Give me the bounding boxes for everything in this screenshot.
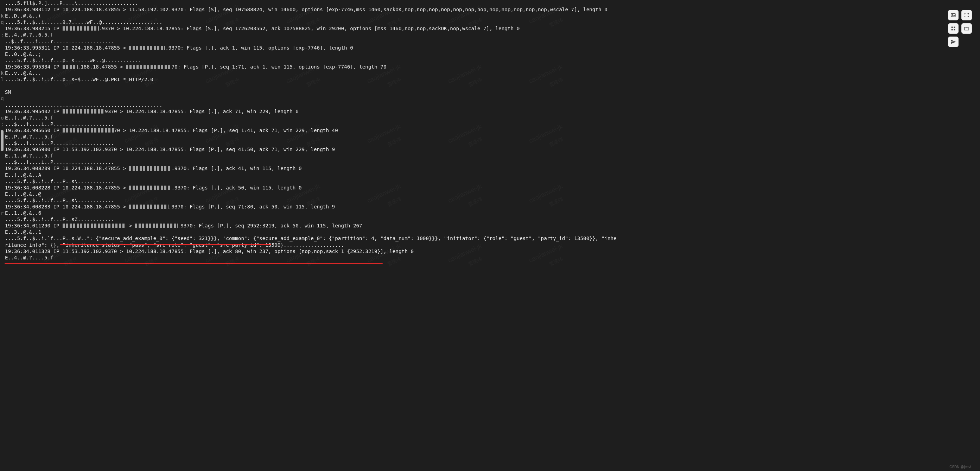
obscured-ip: . . . . . 3 [63,127,114,133]
terminal-line: q....5.f..$..i......9.7.....wF..@.......… [1,19,979,25]
obscured-ip: . . . . 3 [126,63,171,70]
terminal-line: 19:36:33.983215 IP . . .102.9370 > 10.22… [1,25,979,32]
obscured-ip: . . . . . 17855 [63,222,126,229]
obscured-ip: . . .102 [129,44,165,51]
obscured-ip: . . . . .102 [135,222,178,229]
terminal-line: E..(..@.&..@ [1,191,979,197]
terminal-line: ...$...f....i..P.................... [1,140,979,146]
grid-button[interactable] [948,23,959,34]
terminal-line: ........................................… [1,102,979,108]
terminal-output: ....5.fll$.P.]....P....\................… [0,0,980,471]
terminal-line: 19:36:33.995334 IP .224.188.18.47855 > .… [1,63,979,70]
terminal-line: E..1..@.?....5.f [1,152,979,159]
terminal-line: 19:36:33.995900 IP 11.53.192.102.9370 > … [1,146,979,152]
svg-rect-5 [954,29,955,30]
terminal-line: E..3..@.&..1 [1,229,979,235]
terminal-line: oE..(..@.?....5.f [1,114,979,121]
terminal-line: 19:36:34.008209 IP 10.224.188.18.47855 >… [1,165,979,171]
terminal-line: kE..v..@.&... [1,70,979,76]
terminal-line: 19:36:34.008228 IP 10.224.188.18.47855 >… [1,184,979,191]
terminal-line: ..$..f....i....r.................... [1,38,979,44]
fullscreen-button[interactable] [961,10,972,21]
terminal-line: 19:36:33.995402 IP . . . 9370 > 10.224.1… [1,108,979,114]
terminal-line: 19:36:33.995311 IP 10.224.188.18.47855 >… [1,44,979,51]
highlight-annotation-2 [5,263,383,263]
terminal-line: ....5.f..$..i..f...P..s\............ [1,178,979,184]
terminal-line: ....5.f..$..i..f...P..s\............ [1,197,979,203]
terminal-line: ....5.fll$.P.]....P....\................… [1,0,979,6]
obscured-ip: .. . .. .102 [129,184,172,191]
folder-button[interactable] [961,23,972,34]
highlight-annotation-1 [60,244,271,245]
scrollbar[interactable] [1,130,3,151]
picture-button[interactable] [948,10,959,21]
svg-point-1 [952,14,953,16]
terminal-line: 19:36:34.008283 IP 10.224.188.18.47855 >… [1,203,979,210]
obscured-ip: . . . [63,108,105,114]
obscured-ip: .... . .102 [129,203,169,210]
terminal-line: E..(..@.&..A [1,172,979,178]
terminal-line: :E..4..@.?..6.5.f [1,32,979,38]
terminal-line: ....5.f..$..i..f...P..sZ............ [1,216,979,222]
terminal-line: 19:36:34.011290 IP . . . . . 17855 > . .… [1,222,979,229]
terminal-line [1,82,979,89]
terminal-line: 19:36:33.995650 IP . . . . . 370 > 10.22… [1,127,979,133]
footer-watermark: CSDN @jeevi [950,465,971,469]
svg-rect-3 [954,27,955,28]
obscured-ip: . . .102 [63,25,99,32]
obscured-ip: .224 [63,63,78,70]
terminal-line: 19:36:33.983112 IP 10.224.188.18.47855 >… [1,6,979,13]
terminal-line: q [1,95,979,101]
send-button[interactable] [948,36,959,47]
terminal-line: ;...$...f....i..P.................... [1,121,979,127]
terminal-line: ....5.f..$..i..f...p..s.....wF..@.......… [1,57,979,63]
terminal-line: ....5.f..$..i.`f...P..s.W..": {"secure_a… [1,235,979,241]
svg-rect-2 [951,27,953,28]
terminal-line: ritance_info": {}, "inheritance_status":… [1,242,979,248]
terminal-line: ...$...f....i..P.................... [1,159,979,165]
svg-rect-4 [951,29,953,30]
terminal-line: E..0..@.&..; [1,51,979,57]
terminal-line: E..4..@.?....5.f [1,254,979,261]
terminal-line: SM [1,89,979,95]
terminal-line: 19:36:34.011328 IP 11.53.192.102.9370 > … [1,248,979,254]
obscured-ip: . . .. .102 [129,165,172,171]
image-viewer-toolbar [948,10,972,47]
terminal-line: E..P..@.?....5.f [1,133,979,140]
terminal-line: rE..1..@.&..6 [1,210,979,216]
terminal-line: kE..D..@.&..( [1,13,979,19]
terminal-line: l....5.f..$..i..f...p..s+$....wF..@.PRI … [1,76,979,82]
